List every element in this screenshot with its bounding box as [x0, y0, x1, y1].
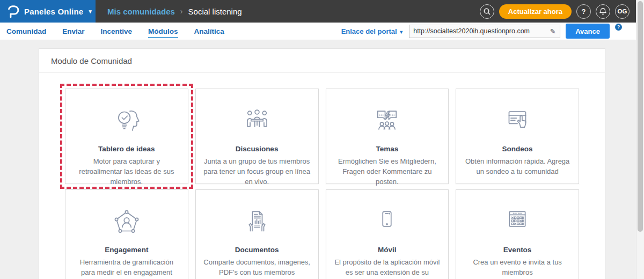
- card-description: Crea un evento e invita a tus miembros: [464, 258, 571, 278]
- events-calendar-icon: [464, 206, 571, 239]
- portal-link-dropdown[interactable]: Enlace del portal ▼: [341, 27, 404, 35]
- update-now-button[interactable]: Actualizar ahora: [499, 4, 572, 19]
- card-title: Temas: [334, 145, 441, 153]
- card-description: El propósito de la aplicación móvil es s…: [334, 258, 441, 279]
- product-name: Paneles Online: [24, 7, 83, 16]
- card-description: Herramientra de gramificación para medir…: [73, 258, 180, 278]
- module-card-temas[interactable]: Temas Ermöglichen Sie es Mitgliedern, Fr…: [326, 89, 449, 184]
- community-navbar: Comunidad Enviar Incentive Módulos Analí…: [0, 23, 636, 40]
- chevron-down-icon: ▼: [399, 30, 404, 35]
- module-card-movil[interactable]: Móvil El propósito de la aplicación móvi…: [326, 189, 449, 279]
- scrollbar-thumb[interactable]: [638, 1, 643, 232]
- breadcrumb-parent[interactable]: Mis comunidades: [107, 7, 175, 16]
- product-switcher[interactable]: Paneles Online ▼: [0, 0, 96, 23]
- edit-pencil-icon[interactable]: ✎: [546, 25, 560, 38]
- app-window: Paneles Online ▼ Mis comunidades › Socia…: [0, 0, 644, 279]
- nav-item-enviar[interactable]: Enviar: [62, 24, 84, 39]
- discussions-icon: [203, 105, 311, 138]
- documents-icon: [203, 206, 311, 239]
- panel-title: Modulo de Comunidad: [39, 49, 605, 73]
- portal-url-input[interactable]: [409, 27, 546, 35]
- card-description: Junta a un grupo de tus miembros para te…: [203, 157, 311, 187]
- card-title: Eventos: [464, 246, 571, 254]
- nav-item-incentive[interactable]: Incentive: [101, 24, 133, 39]
- engagement-icon: [73, 206, 180, 239]
- vertical-scrollbar[interactable]: [636, 0, 644, 279]
- nav-item-comunidad[interactable]: Comunidad: [6, 24, 46, 39]
- search-icon: [484, 8, 491, 15]
- breadcrumb-current: Social listening: [188, 7, 242, 16]
- header-actions: Actualizar ahora ? OG: [480, 4, 636, 19]
- card-description: Comparte documentos, imagenes, PDF's con…: [203, 258, 311, 278]
- card-description: Ermöglichen Sie es Mitgliedern, Fragen o…: [334, 157, 441, 187]
- module-card-eventos[interactable]: Eventos Crea un evento e invita a tus mi…: [456, 189, 579, 279]
- help-button[interactable]: ?: [576, 4, 591, 19]
- card-title: Tablero de ideas: [73, 145, 180, 153]
- card-title: Sondeos: [464, 145, 571, 153]
- breadcrumb-separator: ›: [180, 7, 183, 16]
- top-header: Paneles Online ▼ Mis comunidades › Socia…: [0, 0, 636, 23]
- chevron-down-icon: ▼: [87, 9, 93, 14]
- module-card-discusiones[interactable]: Discusiones Junta a un grupo de tus miem…: [195, 89, 319, 184]
- bell-icon: [599, 8, 606, 15]
- card-title: Documentos: [203, 246, 311, 254]
- nav-links: Comunidad Enviar Incentive Módulos Analí…: [0, 24, 224, 39]
- polls-icon: [464, 105, 571, 138]
- module-card-tablero-de-ideas[interactable]: Tablero de ideas Motor para capturar y r…: [65, 89, 188, 184]
- module-card-documentos[interactable]: Documentos Comparte documentos, imagenes…: [195, 189, 319, 279]
- module-cards-grid: Tablero de ideas Motor para capturar y r…: [39, 73, 605, 279]
- topics-icon: [334, 105, 441, 138]
- nav-item-modulos[interactable]: Módulos: [148, 24, 178, 39]
- idea-board-icon: [73, 105, 180, 138]
- card-title: Móvil: [334, 246, 441, 254]
- card-description: Motor para capturar y retroalimentar las…: [73, 157, 180, 187]
- questionpro-logo-icon: [8, 4, 19, 18]
- module-card-sondeos[interactable]: Sondeos Obtén información rápida. Agrega…: [456, 89, 579, 184]
- advance-button[interactable]: Avance: [566, 24, 610, 39]
- search-button[interactable]: [480, 4, 494, 19]
- portal-url-box: ✎: [409, 25, 560, 38]
- community-module-panel: Modulo de Comunidad Tablero de ideas Mot…: [39, 48, 605, 279]
- card-title: Engagement: [73, 246, 180, 254]
- mobile-phone-icon: [334, 206, 441, 239]
- breadcrumb: Mis comunidades › Social listening: [107, 7, 242, 16]
- advance-help-icon[interactable]: ?: [615, 24, 622, 31]
- portal-link-bar: Enlace del portal ▼ ✎ Avance ?: [341, 24, 636, 39]
- card-description: Obtén información rápida. Agrega un sond…: [464, 157, 571, 177]
- avatar[interactable]: OG: [615, 4, 630, 19]
- module-card-engagement[interactable]: Engagement Herramientra de gramificación…: [65, 189, 188, 279]
- notifications-button[interactable]: [596, 4, 610, 19]
- nav-item-analitica[interactable]: Analítica: [194, 24, 224, 39]
- card-title: Discusiones: [203, 145, 311, 153]
